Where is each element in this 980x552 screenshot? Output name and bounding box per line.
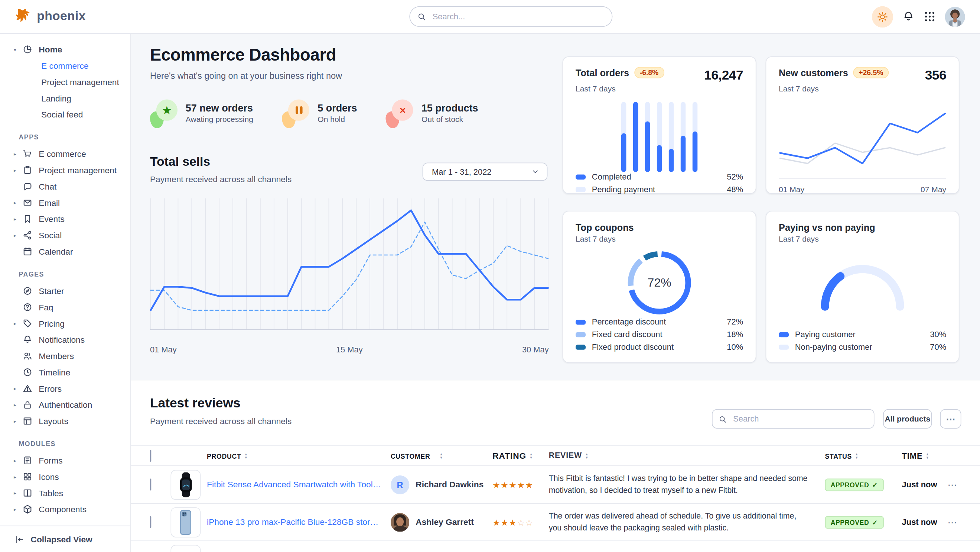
sidebar-item-icons[interactable]: ▸Icons bbox=[0, 469, 130, 485]
column-header-customer[interactable]: CUSTOMER▲▼ bbox=[391, 452, 492, 459]
sidebar-item-home[interactable]: ▾Home bbox=[0, 41, 130, 57]
sidebar-item-authentication[interactable]: ▸Authentication bbox=[0, 397, 130, 413]
sidebar-subitem-landing[interactable]: Landing bbox=[0, 90, 130, 106]
sidebar-item-errors[interactable]: ▸Errors bbox=[0, 380, 130, 397]
stat-caption: Awating processing bbox=[186, 115, 253, 124]
legend-label: Non-paying customer bbox=[795, 342, 872, 352]
calendar-icon bbox=[23, 246, 33, 257]
chat-icon bbox=[23, 181, 33, 191]
star-filled-icon: ★ bbox=[525, 480, 533, 490]
sidebar-item-chat[interactable]: Chat bbox=[0, 179, 130, 195]
row-menu-button[interactable]: ⋯ bbox=[947, 516, 962, 528]
reviews-table-header: PRODUCT▲▼CUSTOMER▲▼RATING▲▼REVIEW▲▼STATU… bbox=[130, 445, 980, 466]
sort-icon[interactable]: ▲▼ bbox=[440, 453, 443, 459]
caret-right-icon: ▸ bbox=[14, 167, 23, 173]
reviews-search[interactable] bbox=[712, 409, 875, 429]
sidebar-item-project-management[interactable]: ▸Project management bbox=[0, 162, 130, 179]
star-filled-icon: ★ bbox=[501, 480, 509, 490]
collapse-sidebar-button[interactable]: Collapsed View bbox=[0, 526, 130, 552]
select-all-checkbox[interactable] bbox=[150, 450, 151, 461]
sidebar-item-tables[interactable]: ▸Tables bbox=[0, 485, 130, 501]
column-header-rating[interactable]: RATING▲▼ bbox=[492, 451, 549, 460]
card-value: 16,247 bbox=[704, 68, 743, 83]
sidebar-item-forms[interactable]: ▸Forms bbox=[0, 452, 130, 469]
legend-row: Fixed product discount10% bbox=[576, 342, 743, 352]
sidebar-item-starter[interactable]: Starter bbox=[0, 283, 130, 299]
caret-right-icon: ▸ bbox=[14, 474, 23, 480]
column-header-product[interactable]: PRODUCT▲▼ bbox=[207, 452, 391, 459]
coupons-donut-chart: 72% bbox=[625, 248, 694, 317]
sidebar-subitem-e-commerce[interactable]: E commerce bbox=[0, 57, 130, 74]
theme-toggle-button[interactable] bbox=[872, 6, 893, 27]
sidebar-section-label: MODULES bbox=[19, 440, 130, 447]
sidebar-nav: ▾HomeE commerceProject managementLanding… bbox=[0, 33, 130, 526]
star-empty-icon: ☆ bbox=[525, 518, 533, 527]
legend-value: 48% bbox=[727, 184, 743, 194]
sidebar-subitem-social-feed[interactable]: Social feed bbox=[0, 106, 130, 123]
chevron-down-icon bbox=[531, 168, 539, 176]
sidebar-item-calendar[interactable]: Calendar bbox=[0, 244, 130, 260]
product-link[interactable]: iPhone 13 pro max-Pacific Blue-128GB sto… bbox=[207, 517, 382, 527]
sidebar-item-notifications[interactable]: Notifications bbox=[0, 332, 130, 348]
product-link[interactable]: Fitbit Sense Advanced Smartwatch with To… bbox=[207, 480, 382, 489]
sidebar-item-label: Pricing bbox=[39, 319, 64, 328]
sidebar-item-label: Events bbox=[39, 214, 64, 223]
pause-icon bbox=[296, 106, 303, 114]
sidebar-item-pricing[interactable]: ▸Pricing bbox=[0, 315, 130, 332]
warning-icon bbox=[23, 384, 33, 394]
stat-x: ✕15 productsOut of stock bbox=[386, 98, 478, 128]
caret-right-icon: ▸ bbox=[14, 321, 23, 326]
table-row: Fitbit Sense Advanced Smartwatch with To… bbox=[130, 466, 980, 504]
card-subtitle: Last 7 days bbox=[779, 85, 946, 93]
sort-icon[interactable]: ▲▼ bbox=[585, 453, 589, 459]
row-checkbox[interactable] bbox=[150, 516, 151, 528]
navbar-actions bbox=[872, 0, 965, 33]
sort-icon[interactable]: ▲▼ bbox=[926, 453, 929, 459]
sidebar-item-members[interactable]: Members bbox=[0, 348, 130, 364]
sidebar-item-timeline[interactable]: Timeline bbox=[0, 364, 130, 381]
table-row bbox=[130, 541, 980, 552]
legend-label: Paying customer bbox=[795, 330, 856, 339]
date-range-select[interactable]: Mar 1 - 31, 2022 bbox=[423, 163, 548, 181]
card-subtitle: Last 7 days bbox=[779, 235, 946, 244]
donut-center-label: 72% bbox=[625, 248, 694, 317]
reviews-search-input[interactable] bbox=[732, 413, 867, 424]
sort-icon[interactable]: ▲▼ bbox=[855, 453, 859, 459]
caret-right-icon: ▸ bbox=[14, 216, 23, 222]
global-search[interactable] bbox=[409, 6, 612, 27]
apps-grid-icon[interactable] bbox=[924, 11, 936, 23]
all-products-button[interactable]: All products bbox=[883, 409, 932, 429]
legend-row: Fixed card discount18% bbox=[576, 330, 743, 339]
stat-icon bbox=[282, 98, 309, 128]
rating-stars: ★★★★★ bbox=[492, 480, 549, 490]
legend-value: 72% bbox=[727, 317, 743, 326]
sidebar-item-events[interactable]: ▸Events bbox=[0, 211, 130, 227]
compass-icon bbox=[23, 286, 33, 296]
sidebar-item-components[interactable]: ▸Components bbox=[0, 501, 130, 517]
caret-right-icon: ▸ bbox=[14, 506, 23, 512]
column-header-status[interactable]: STATUS▲▼ bbox=[825, 452, 902, 459]
sidebar-subitem-project-management[interactable]: Project management bbox=[0, 74, 130, 90]
caret-right-icon: ▸ bbox=[14, 458, 23, 463]
search-input[interactable] bbox=[431, 11, 604, 22]
sidebar-item-social[interactable]: ▸Social bbox=[0, 227, 130, 244]
new-customers-card: New customers +26.5% 356 Last 7 days 01 … bbox=[766, 56, 959, 194]
sidebar-item-email[interactable]: ▸Email bbox=[0, 195, 130, 211]
column-header-review[interactable]: REVIEW▲▼ bbox=[549, 450, 825, 462]
sort-icon[interactable]: ▲▼ bbox=[530, 453, 533, 459]
column-header-time[interactable]: TIME▲▼ bbox=[902, 451, 948, 460]
stat-caption: Out of stock bbox=[422, 115, 478, 124]
user-avatar[interactable] bbox=[945, 7, 965, 27]
status-badge: APPROVED✓ bbox=[825, 516, 883, 528]
row-checkbox[interactable] bbox=[150, 479, 151, 490]
brand-logo[interactable]: phoenix bbox=[15, 8, 86, 24]
sidebar-item-faq[interactable]: Faq bbox=[0, 299, 130, 315]
sidebar-item-e-commerce[interactable]: ▸E commerce bbox=[0, 146, 130, 162]
sort-icon[interactable]: ▲▼ bbox=[244, 453, 248, 459]
bookmark-icon bbox=[23, 214, 33, 224]
notifications-bell-icon[interactable] bbox=[902, 11, 914, 23]
row-menu-button[interactable]: ⋯ bbox=[947, 479, 962, 490]
sidebar-item-label: Errors bbox=[39, 384, 62, 393]
more-options-button[interactable]: ⋯ bbox=[940, 409, 961, 429]
sidebar-item-layouts[interactable]: ▸Layouts bbox=[0, 413, 130, 429]
